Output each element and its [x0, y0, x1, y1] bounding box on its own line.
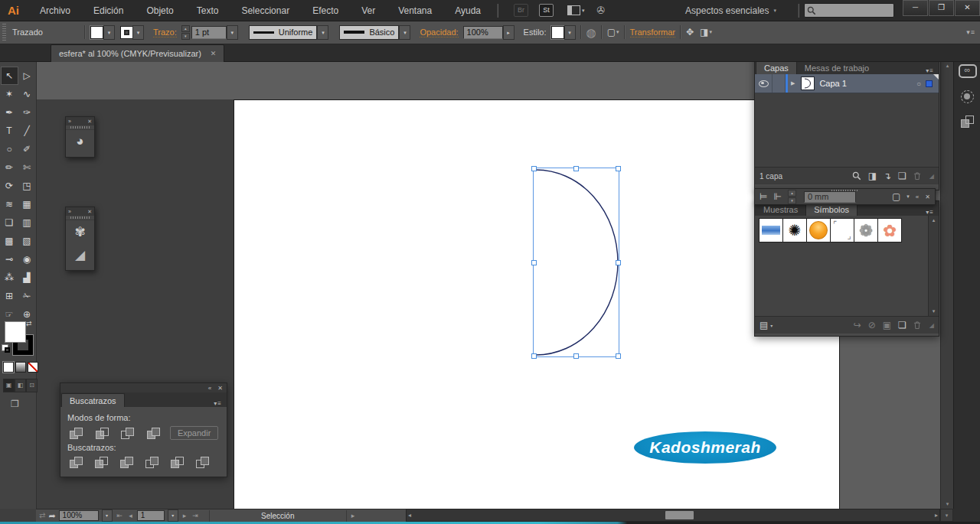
color-button[interactable]	[3, 362, 14, 373]
curvature-tool[interactable]: ✑	[18, 103, 36, 122]
half-circle-path[interactable]	[534, 168, 619, 356]
scroll-down-icon[interactable]: ▾	[941, 501, 954, 507]
handle-bottom-center[interactable]	[573, 353, 579, 359]
select-similar-icon[interactable]: ▢	[607, 28, 616, 37]
trim-button[interactable]	[93, 456, 111, 469]
magic-wand-tool[interactable]: ✶	[1, 85, 18, 103]
crop-button[interactable]	[143, 456, 162, 469]
scroll-up-icon[interactable]: ▴	[933, 217, 936, 223]
stepper-up-icon[interactable]: ▴	[181, 25, 190, 32]
perspective-grid-tool[interactable]: ▥	[18, 213, 36, 232]
artboard-dropdown[interactable]: ▾	[168, 509, 178, 522]
width-tool[interactable]: ≋	[1, 195, 18, 213]
lock-cell[interactable]	[773, 74, 786, 93]
panel-menu[interactable]: ▾≡	[209, 400, 227, 407]
expand-layer-icon[interactable]: ▶	[788, 80, 798, 86]
menu-edicion[interactable]: Edición	[82, 5, 135, 16]
symbol-trim-marks[interactable]: ⌜⌟	[831, 219, 854, 242]
layer-thumbnail[interactable]	[801, 76, 815, 90]
menu-archivo[interactable]: Archivo	[28, 5, 82, 16]
brush-dropdown[interactable]: ▾	[399, 25, 410, 40]
previous-artboard-icon[interactable]: ◂	[127, 512, 134, 519]
opacity-field[interactable]: 100%	[463, 26, 503, 39]
draw-normal-button[interactable]: ▣	[3, 379, 15, 392]
menu-ventana[interactable]: Ventana	[387, 5, 443, 16]
merge-button[interactable]	[118, 456, 136, 469]
symbol-options-icon[interactable]: ▣	[883, 321, 891, 330]
handle-top-center[interactable]	[573, 166, 579, 171]
shape-builder-tool[interactable]: ❏	[1, 213, 18, 232]
arrange-icon[interactable]: ✥	[686, 28, 694, 37]
align-to-selection-icon[interactable]: ▢	[892, 192, 900, 201]
direct-selection-tool[interactable]: ▷	[18, 67, 36, 85]
menu-texto[interactable]: Texto	[185, 5, 230, 16]
exclude-button[interactable]	[145, 427, 163, 440]
bridge-button[interactable]: Br	[514, 4, 528, 17]
palette-tool[interactable]: ✾	[66, 220, 94, 243]
chevron-down-icon[interactable]: ▾	[709, 29, 712, 35]
zoom-level-field[interactable]: 100%	[59, 510, 99, 521]
next-artboard-icon[interactable]: ▸	[181, 512, 188, 519]
scroll-right-icon[interactable]: ▸	[935, 512, 938, 519]
stroke-weight-label[interactable]: Trazo:	[153, 28, 177, 37]
gradient-wedge-tool[interactable]: ◢	[66, 243, 94, 266]
export-icon[interactable]: ➦	[48, 512, 55, 520]
menu-ayuda[interactable]: Ayuda	[443, 5, 492, 16]
column-graph-tool[interactable]: ▟	[18, 269, 36, 287]
handle-bottom-left[interactable]	[531, 353, 537, 359]
gradient-tool[interactable]: ▧	[18, 232, 36, 250]
lasso-tool[interactable]: ∿	[18, 85, 36, 103]
menu-ver[interactable]: Ver	[350, 5, 387, 16]
artboard-number-field[interactable]: 1	[137, 510, 165, 521]
status-options-icon[interactable]: ▸	[350, 512, 357, 519]
scroll-up-icon[interactable]: ▴	[941, 63, 954, 69]
free-transform-tool[interactable]: ▦	[18, 195, 36, 213]
symbol-flower[interactable]: ✿	[878, 219, 901, 242]
style-dropdown[interactable]: ▾	[564, 25, 576, 40]
first-artboard-icon[interactable]: ⇤	[116, 512, 125, 519]
share-icon[interactable]: ✇	[597, 5, 606, 16]
blend-tool[interactable]: ◉	[18, 250, 36, 269]
creative-cloud-icon[interactable]: ∞	[954, 64, 980, 78]
tab-capas[interactable]: Capas	[756, 60, 797, 74]
visibility-cell[interactable]	[755, 74, 773, 93]
selected-art-indicator[interactable]	[926, 80, 933, 87]
symbols-panel-icon[interactable]	[954, 116, 980, 128]
new-symbol-icon[interactable]: ❏	[898, 321, 906, 330]
ellipse-tool[interactable]: ○	[1, 140, 18, 158]
default-fill-stroke-icon[interactable]	[2, 344, 11, 353]
restore-button[interactable]: ❐	[929, 0, 954, 16]
horizontal-scrollbar[interactable]: ◂ ▸	[406, 509, 940, 522]
chevron-down-icon[interactable]: ▾	[770, 323, 773, 328]
draw-inside-button[interactable]: ⊡	[26, 379, 38, 392]
delete-layer-icon[interactable]	[913, 171, 921, 181]
symbols-scrollbar[interactable]: ▴ ▾	[928, 216, 939, 316]
paintbrush-tool[interactable]: ✐	[18, 140, 36, 158]
sphere-tool[interactable]: ◕	[66, 130, 94, 153]
collapse-icon[interactable]: «	[208, 385, 211, 392]
chevron-down-icon[interactable]: ▾	[616, 29, 619, 35]
outline-button[interactable]	[168, 456, 187, 469]
symbol-orange-orb[interactable]	[807, 219, 831, 242]
style-swatch[interactable]	[551, 26, 564, 39]
search-box[interactable]	[804, 3, 894, 18]
handle-top-right[interactable]	[616, 166, 621, 171]
illustrator-logo[interactable]: Ai	[0, 4, 28, 17]
stroke-color-dropdown[interactable]: ▾	[132, 25, 144, 40]
zoom-dropdown[interactable]: ▾	[102, 509, 113, 522]
minus-back-button[interactable]	[194, 456, 212, 469]
menu-efecto[interactable]: Efecto	[301, 5, 350, 16]
width-profile-dropdown[interactable]: ▾	[317, 25, 328, 40]
stepper-up-icon[interactable]: ▴	[788, 190, 796, 197]
close-icon[interactable]: ✕	[87, 209, 92, 215]
stroke-color-swatch[interactable]	[121, 27, 132, 38]
panel-menu[interactable]: ▾≡	[921, 209, 939, 216]
distribute-spacing-field[interactable]: 0 mm	[804, 191, 856, 203]
screen-mode-button[interactable]: ❐	[11, 399, 19, 409]
history-icon[interactable]: ⇄	[39, 512, 45, 519]
target-icon[interactable]: ○	[916, 80, 926, 88]
libraries-panel-icon[interactable]	[954, 90, 980, 103]
clipping-mask-icon[interactable]: ◨	[868, 171, 877, 181]
stepper-down-icon[interactable]: ▾	[788, 197, 796, 204]
scale-tool[interactable]: ◳	[18, 177, 36, 195]
